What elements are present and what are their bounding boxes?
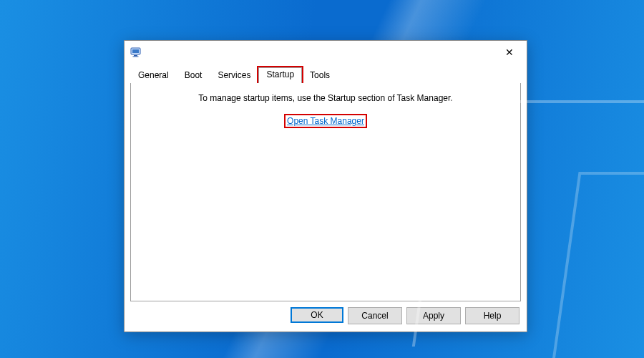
tab-strip: General Boot Services Startup Tools [130,68,521,84]
tab-startup[interactable]: Startup [258,67,302,84]
tab-general[interactable]: General [130,67,177,83]
ok-button[interactable]: OK [291,307,343,323]
svg-rect-1 [132,49,139,53]
svg-rect-3 [133,57,139,57]
open-task-manager-link[interactable]: Open Task Manager [286,116,365,126]
close-button[interactable]: ✕ [494,42,525,63]
desktop-background: ✕ General Boot Services Startup Tools To… [0,0,644,358]
titlebar: ✕ [125,41,527,64]
cancel-button[interactable]: Cancel [348,307,402,324]
apply-button[interactable]: Apply [406,307,461,324]
tab-boot[interactable]: Boot [177,67,210,83]
svg-rect-2 [134,55,137,57]
open-task-manager-highlight: Open Task Manager [286,116,365,126]
msconfig-window: ✕ General Boot Services Startup Tools To… [124,40,527,332]
help-button[interactable]: Help [465,307,519,324]
instruction-text: To manage startup items, use the Startup… [138,93,513,103]
window-icon [130,47,142,58]
background-decoration [552,172,644,358]
close-icon: ✕ [505,47,514,57]
startup-tab-panel: To manage startup items, use the Startup… [130,83,521,301]
dialog-button-row: OK Cancel Apply Help [291,307,519,324]
tab-services[interactable]: Services [210,67,258,83]
tab-tools[interactable]: Tools [302,67,338,83]
